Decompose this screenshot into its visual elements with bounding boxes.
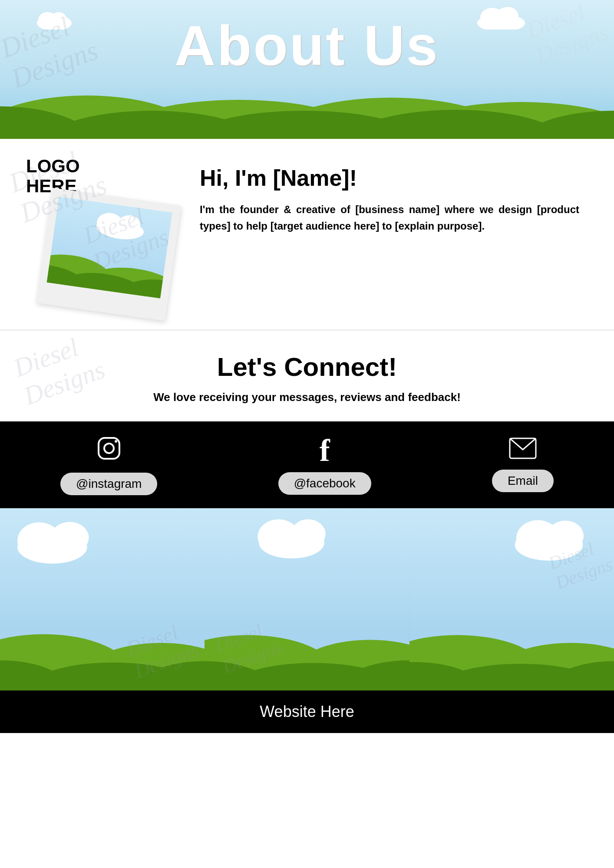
photo-cell-1: DieselDesigns [0,508,205,690]
svg-point-2 [51,12,66,25]
svg-point-26 [115,440,117,443]
facebook-social-item[interactable]: f @facebook [278,435,371,495]
website-label[interactable]: Website Here [260,703,354,720]
svg-point-25 [104,444,114,453]
hero-cloud-1 [35,8,74,31]
about-section: DieselDesigns DieselDesigns Logo Here [0,139,614,330]
facebook-handle[interactable]: @facebook [278,472,371,495]
svg-point-5 [497,7,518,24]
email-icon [509,437,537,464]
polaroid-photo [36,188,181,321]
hero-cloud-2 [475,3,527,31]
connect-subtitle: We love receiving your messages, reviews… [26,391,588,404]
about-left-column: Logo Here [26,156,174,312]
email-handle[interactable]: Email [492,470,554,492]
social-bar: DieselDesigns @instagram f @facebook Ema… [0,421,614,508]
page-title: About Us [175,13,439,78]
photo-cell-2: DieselDesigns [205,508,409,690]
svg-point-49 [547,521,584,551]
hero-section: About Us DieselDesigns [0,0,614,139]
about-body-text: I'm the founder & creative of [business … [200,201,579,235]
greeting-title: Hi, I'm [Name]! [200,165,579,191]
photo-grid: DieselDesigns DieselDesigns [0,508,614,690]
svg-point-31 [50,522,89,553]
connect-title: Let's Connect! [26,352,588,382]
footer: Website Here [0,690,614,733]
svg-point-40 [291,519,326,549]
facebook-icon: f [320,435,330,466]
hero-hills [0,69,614,139]
email-social-item[interactable]: Email [492,437,554,492]
photo-cell-3: DieselDesigns [409,508,614,690]
instagram-social-item[interactable]: @instagram [60,434,157,495]
about-right-column: Hi, I'm [Name]! I'm the founder & creati… [200,156,579,235]
instagram-icon [95,434,123,467]
connect-section: DieselDesigns Let's Connect! We love rec… [0,330,614,404]
instagram-handle[interactable]: @instagram [60,473,157,495]
